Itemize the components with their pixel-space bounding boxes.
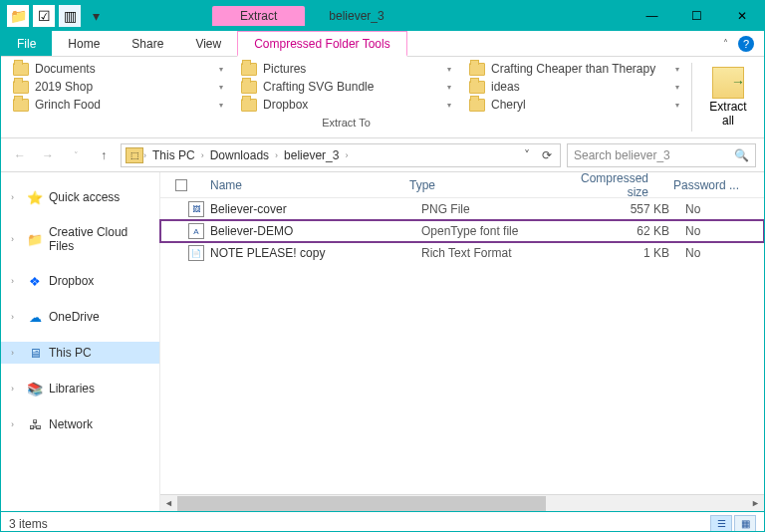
up-button[interactable]: ↑: [93, 144, 115, 166]
chevron-down-icon[interactable]: ▾: [675, 83, 679, 92]
maximize-button[interactable]: ☐: [674, 1, 719, 31]
collapse-ribbon-icon[interactable]: ˄: [723, 38, 728, 49]
file-row[interactable]: 🖼 Believer-cover PNG File 557 KB No: [160, 198, 764, 220]
details-view-button[interactable]: ☰: [710, 515, 732, 533]
expand-caret-icon[interactable]: ›: [11, 348, 21, 358]
ribbon-tabs: File Home Share View Compressed Folder T…: [1, 31, 764, 57]
chevron-down-icon[interactable]: ▾: [447, 65, 451, 74]
folder-icon: [13, 99, 29, 112]
drive-icon: ⬚: [126, 147, 143, 163]
address-dropdown-icon[interactable]: ˅: [520, 148, 534, 162]
navpane-label: Network: [49, 417, 93, 431]
chevron-down-icon[interactable]: ▾: [447, 83, 451, 92]
extract-destination[interactable]: Documents▾: [9, 61, 227, 77]
content-area: ›⭐Quick access›📁Creative Cloud Files›❖Dr…: [1, 172, 764, 511]
file-row[interactable]: 📄 NOTE PLEASE! copy Rich Text Format 1 K…: [160, 242, 764, 264]
expand-caret-icon[interactable]: ›: [11, 192, 21, 202]
file-list-pane: Name Type Compressed size Password ... 🖼…: [160, 172, 764, 511]
column-name[interactable]: Name: [202, 178, 401, 192]
navpane-item[interactable]: ›📚Libraries: [1, 378, 159, 399]
tab-view[interactable]: View: [179, 31, 237, 56]
extract-to-group: Documents▾Pictures▾Crafting Cheaper than…: [1, 57, 691, 137]
file-password: No: [685, 246, 764, 260]
search-box[interactable]: Search believer_3 🔍: [567, 143, 756, 167]
extract-destination[interactable]: Crafting SVG Bundle▾: [237, 79, 455, 95]
expand-caret-icon[interactable]: ›: [11, 419, 21, 429]
destination-label: Cheryl: [491, 98, 526, 112]
properties-icon[interactable]: ☑: [33, 5, 55, 27]
extract-all-button[interactable]: Extract all: [692, 57, 764, 137]
chevron-down-icon[interactable]: ▾: [675, 101, 679, 110]
expand-caret-icon[interactable]: ›: [11, 234, 21, 244]
extract-destination[interactable]: 2019 Shop▾: [9, 79, 227, 95]
tab-compressed-tools[interactable]: Compressed Folder Tools: [237, 31, 407, 57]
destination-label: Pictures: [263, 62, 306, 76]
file-name: NOTE PLEASE! copy: [210, 246, 421, 260]
thumbnails-view-button[interactable]: ▦: [734, 515, 756, 533]
new-folder-icon[interactable]: ▥: [59, 5, 81, 27]
navpane-label: Libraries: [49, 382, 95, 396]
chevron-down-icon[interactable]: ▾: [219, 83, 223, 92]
column-compressed-size[interactable]: Compressed size: [556, 171, 665, 199]
back-button[interactable]: ←: [9, 144, 31, 166]
navpane-label: Dropbox: [49, 274, 94, 288]
extract-all-label: Extract all: [709, 101, 746, 127]
horizontal-scrollbar[interactable]: ◄ ►: [160, 494, 764, 511]
navpane-item[interactable]: ›🖧Network: [1, 413, 159, 435]
navpane-item[interactable]: ›⭐Quick access: [1, 186, 159, 208]
navpane-item[interactable]: ›📁Creative Cloud Files: [1, 222, 159, 256]
column-password[interactable]: Password ...: [665, 178, 764, 192]
tab-file[interactable]: File: [1, 31, 52, 56]
chevron-right-icon[interactable]: ›: [345, 150, 348, 160]
expand-caret-icon[interactable]: ›: [11, 276, 21, 286]
chevron-down-icon[interactable]: ▾: [447, 101, 451, 110]
navpane-label: This PC: [49, 346, 92, 360]
extract-destination[interactable]: Grinch Food▾: [9, 97, 227, 113]
forward-button[interactable]: →: [37, 144, 59, 166]
chevron-down-icon[interactable]: ▾: [219, 101, 223, 110]
file-row[interactable]: A Believer-DEMO OpenType font file 62 KB…: [160, 220, 764, 242]
close-button[interactable]: ✕: [719, 1, 764, 31]
help-icon[interactable]: ?: [738, 36, 754, 52]
destination-label: 2019 Shop: [35, 80, 93, 94]
expand-caret-icon[interactable]: ›: [11, 384, 21, 394]
search-icon[interactable]: 🔍: [734, 148, 749, 162]
folder-icon: [469, 99, 485, 112]
navigation-bar: ← → ˅ ↑ ⬚ › This PC › Downloads › believ…: [1, 138, 764, 172]
navpane-icon: 🖥: [27, 345, 43, 361]
extract-destination[interactable]: Cheryl▾: [465, 97, 683, 113]
chevron-down-icon[interactable]: ▾: [675, 65, 679, 74]
file-type-icon: 🖼: [188, 201, 204, 217]
breadcrumb-segment[interactable]: Downloads: [204, 148, 275, 162]
minimize-button[interactable]: —: [630, 1, 674, 31]
scroll-left-icon[interactable]: ◄: [160, 495, 177, 512]
destination-label: Dropbox: [263, 98, 308, 112]
extract-destination[interactable]: Pictures▾: [237, 61, 455, 77]
extract-destination[interactable]: ideas▾: [465, 79, 683, 95]
navpane-item[interactable]: ›🖥This PC: [1, 342, 159, 364]
tab-share[interactable]: Share: [116, 31, 179, 56]
qat-dropdown-icon[interactable]: ▾: [85, 5, 107, 27]
breadcrumb-segment[interactable]: This PC: [146, 148, 201, 162]
folder-icon[interactable]: 📁: [7, 5, 29, 27]
extract-destination[interactable]: Dropbox▾: [237, 97, 455, 113]
scrollbar-thumb[interactable]: [177, 496, 546, 511]
file-type-icon: 📄: [188, 245, 204, 261]
column-type[interactable]: Type: [401, 178, 556, 192]
extract-destination[interactable]: Crafting Cheaper than Therapy▾: [465, 61, 683, 77]
expand-caret-icon[interactable]: ›: [11, 312, 21, 322]
address-bar[interactable]: ⬚ › This PC › Downloads › believer_3 › ˅…: [121, 143, 561, 167]
scroll-right-icon[interactable]: ►: [747, 495, 764, 512]
navpane-item[interactable]: ›☁OneDrive: [1, 306, 159, 328]
breadcrumb-segment[interactable]: believer_3: [278, 148, 345, 162]
navpane-icon: 📁: [27, 231, 43, 247]
destination-label: Crafting Cheaper than Therapy: [491, 62, 655, 76]
recent-dropdown-icon[interactable]: ˅: [65, 144, 87, 166]
destination-label: Crafting SVG Bundle: [263, 80, 374, 94]
select-all-checkbox[interactable]: [175, 179, 187, 191]
navpane-item[interactable]: ›❖Dropbox: [1, 270, 159, 292]
refresh-icon[interactable]: ⟳: [538, 148, 556, 162]
tab-home[interactable]: Home: [52, 31, 116, 56]
navpane-icon: ☁: [27, 309, 43, 325]
chevron-down-icon[interactable]: ▾: [219, 65, 223, 74]
